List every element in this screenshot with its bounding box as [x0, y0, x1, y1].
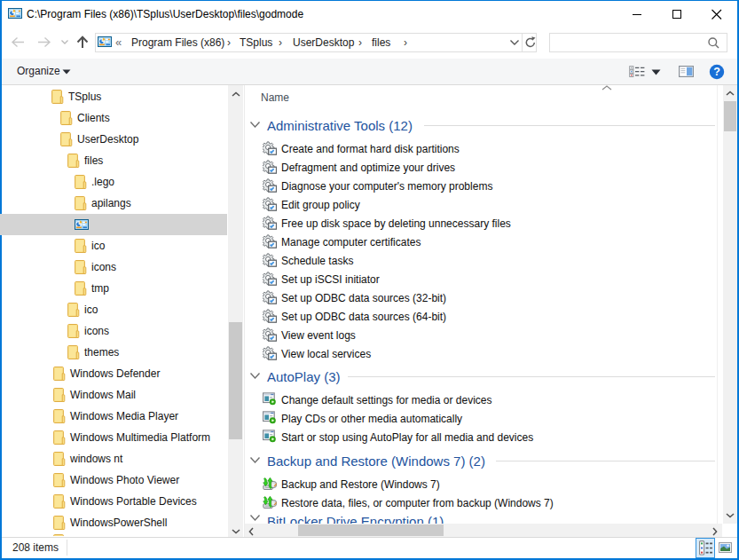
svg-text:?: ?	[713, 66, 720, 78]
